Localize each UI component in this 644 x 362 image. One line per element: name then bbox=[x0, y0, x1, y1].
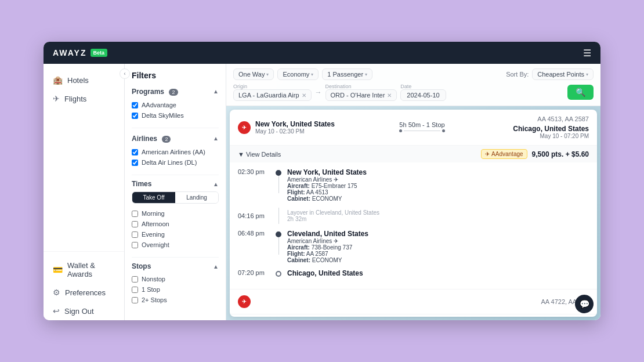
layover-dot-space bbox=[276, 208, 281, 224]
chat-button[interactable]: 💬 bbox=[575, 295, 594, 313]
sidebar-item-wallet-label: Wallet & Awards bbox=[67, 261, 115, 278]
flight-1-details-row: ▼ View Details ✈ AAdvantage 9,500 pts. +… bbox=[230, 145, 597, 162]
filter-option-evening[interactable]: Evening bbox=[132, 229, 219, 240]
sidebar-item-preferences[interactable]: ⚙ Preferences bbox=[44, 283, 124, 302]
1stop-checkbox[interactable] bbox=[132, 287, 138, 293]
aadvantage-label: AAdvantage bbox=[142, 102, 176, 108]
search-button[interactable]: 🔍 bbox=[567, 85, 594, 100]
date-label: Date bbox=[400, 84, 446, 89]
passengers-select[interactable]: 1 Passenger ▾ bbox=[322, 68, 372, 80]
main-body: ‹ 🏨 Hotels ✈ Flights 💳 Wallet & Awards ⚙… bbox=[44, 64, 600, 320]
sidebar-item-preferences-label: Preferences bbox=[65, 288, 106, 297]
flight-1-expanded: 02:30 pm New York, United States America… bbox=[230, 162, 597, 289]
sidebar-item-signout[interactable]: ↩ Sign Out bbox=[44, 302, 124, 320]
flight-1-duration: 5h 50m - 1 Stop bbox=[399, 121, 444, 128]
programs-badge: 2 bbox=[169, 89, 178, 96]
flight-1-from: New York, United States May 10 - 02:30 P… bbox=[255, 120, 395, 135]
stop-aircraft-1: Aircraft: E75-Embraer 175 bbox=[287, 183, 589, 189]
date-pill[interactable]: 2024-05-10 bbox=[400, 89, 446, 101]
filter-option-aa[interactable]: American Airlines (AA) bbox=[132, 147, 219, 157]
sort-label: Sort By: bbox=[506, 71, 529, 78]
landing-tab[interactable]: Landing bbox=[175, 192, 218, 203]
trip-type-select[interactable]: One Way ▾ bbox=[233, 68, 274, 80]
filter-option-dl[interactable]: Delta Air Lines (DL) bbox=[132, 157, 219, 168]
view-details-button-1[interactable]: ▼ View Details bbox=[238, 151, 281, 158]
morning-label: Morning bbox=[142, 210, 165, 217]
flight-1-to: AA 4513, AA 2587 Chicago, United States … bbox=[450, 115, 589, 139]
filter-option-1stop[interactable]: 1 Stop bbox=[132, 284, 219, 295]
stop-row-cle: 06:48 pm Cleveland, United States Americ… bbox=[238, 230, 589, 263]
stop-timeline-final bbox=[276, 269, 281, 277]
stop-timeline-1 bbox=[276, 168, 281, 193]
layover-time: 04:16 pm bbox=[238, 212, 270, 219]
filter-option-aadvantage[interactable]: AAdvantage bbox=[132, 100, 219, 110]
sort-select[interactable]: Cheapest Points ▾ bbox=[532, 68, 594, 80]
flight-1-number: AA 4513, AA 2587 bbox=[450, 115, 589, 122]
search-row-2: Origin LGA - LaGuardia Airp ✕ → Destinat… bbox=[233, 84, 594, 101]
top-nav: AWAYZ Beta ☰ bbox=[44, 42, 600, 64]
signout-icon: ↩ bbox=[53, 306, 60, 316]
times-chevron: ▲ bbox=[213, 181, 219, 187]
takeoff-tab[interactable]: Take Off bbox=[132, 192, 175, 203]
layover-city: Layover in Cleveland, United States bbox=[287, 209, 589, 216]
flight-1-dot-right bbox=[442, 129, 445, 132]
filter-title: Filters bbox=[132, 71, 219, 80]
filter-option-overnight[interactable]: Overnight bbox=[132, 240, 219, 250]
sidebar-item-flights[interactable]: ✈ Flights bbox=[44, 89, 124, 108]
afternoon-checkbox[interactable] bbox=[132, 221, 138, 227]
times-header[interactable]: Times ▲ bbox=[132, 180, 219, 188]
nonstop-checkbox[interactable] bbox=[132, 276, 138, 283]
filter-option-morning[interactable]: Morning bbox=[132, 208, 219, 219]
aadvantage-checkbox[interactable] bbox=[132, 102, 138, 108]
filter-option-deltaskymiles[interactable]: Delta SkyMiles bbox=[132, 110, 219, 121]
origin-pill[interactable]: LGA - LaGuardia Airp ✕ bbox=[233, 89, 312, 101]
evening-checkbox[interactable] bbox=[132, 231, 138, 238]
stop-row-nyc: 02:30 pm New York, United States America… bbox=[238, 168, 589, 202]
sidebar-item-hotels[interactable]: 🏨 Hotels bbox=[44, 71, 124, 89]
cabin-select[interactable]: Economy ▾ bbox=[277, 68, 319, 80]
filter-option-afternoon[interactable]: Afternoon bbox=[132, 219, 219, 229]
stops-header[interactable]: Stops ▲ bbox=[132, 262, 219, 270]
filter-option-2plus[interactable]: 2+ Stops bbox=[132, 295, 219, 305]
stops-chevron: ▲ bbox=[213, 263, 219, 270]
flight-1-from-city: New York, United States bbox=[255, 120, 395, 128]
destination-pill[interactable]: ORD - O'Hare Inter ✕ bbox=[325, 89, 397, 101]
flight-card-2: ✈ AA 4722, AA 769 bbox=[230, 289, 597, 314]
destination-clear-button[interactable]: ✕ bbox=[387, 92, 392, 99]
aa-checkbox[interactable] bbox=[132, 149, 138, 155]
overnight-checkbox[interactable] bbox=[132, 242, 138, 248]
airlines-header[interactable]: Airlines 2 ▲ bbox=[132, 133, 219, 143]
wallet-icon: 💳 bbox=[53, 265, 63, 274]
deltaskymiles-label: Delta SkyMiles bbox=[142, 112, 184, 119]
flight-1-from-date: May 10 - 02:30 PM bbox=[255, 128, 395, 135]
sidebar-collapse-button[interactable]: ‹ bbox=[120, 68, 130, 79]
sidebar: ‹ 🏨 Hotels ✈ Flights 💳 Wallet & Awards ⚙… bbox=[44, 64, 125, 320]
search-overlay: One Way ▾ Economy ▾ 1 Passenger ▾ Sort B… bbox=[226, 64, 600, 106]
afternoon-label: Afternoon bbox=[142, 220, 169, 227]
deltaskymiles-checkbox[interactable] bbox=[132, 113, 138, 119]
layover-row: 04:16 pm Layover in Cleveland, United St… bbox=[238, 208, 589, 224]
flight-1-dot-left bbox=[399, 129, 402, 132]
layover-vline bbox=[278, 208, 279, 224]
stop-airline-1: American Airlines ✈ bbox=[287, 176, 589, 183]
layover-duration: 2h 32m bbox=[287, 216, 589, 222]
hamburger-icon[interactable]: ☰ bbox=[583, 48, 591, 59]
programs-chevron: ▲ bbox=[213, 88, 219, 95]
origin-label: Origin bbox=[233, 84, 312, 89]
stop-info-nyc: New York, United States American Airline… bbox=[287, 168, 589, 202]
dl-checkbox[interactable] bbox=[132, 160, 138, 166]
app-logo: AWAYZ bbox=[53, 48, 87, 57]
filter-section-programs: Programs 2 ▲ AAdvantage Delta SkyMiles bbox=[132, 86, 219, 121]
evening-label: Evening bbox=[142, 231, 165, 238]
origin-clear-button[interactable]: ✕ bbox=[302, 92, 306, 99]
flight-card-2-header: ✈ AA 4722, AA 769 bbox=[230, 289, 597, 314]
sidebar-item-wallet[interactable]: 💳 Wallet & Awards bbox=[44, 256, 124, 283]
origin-group: Origin LGA - LaGuardia Airp ✕ bbox=[233, 84, 312, 101]
stop-city-nyc: New York, United States bbox=[287, 168, 589, 176]
morning-checkbox[interactable] bbox=[132, 211, 138, 217]
2plus-checkbox[interactable] bbox=[132, 297, 138, 303]
programs-header[interactable]: Programs 2 ▲ bbox=[132, 86, 219, 96]
2plus-label: 2+ Stops bbox=[142, 296, 167, 303]
filter-option-nonstop[interactable]: Nonstop bbox=[132, 274, 219, 284]
trip-type-arrow: ▾ bbox=[266, 72, 269, 77]
